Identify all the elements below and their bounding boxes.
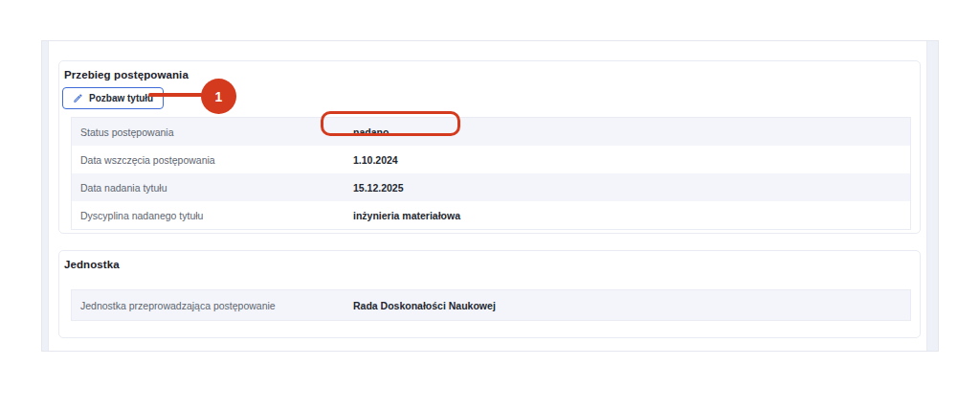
- details-panel: Przebieg postępowania Pozbaw tytułu Stat…: [41, 40, 939, 352]
- row-label: Data nadania tytułu: [80, 182, 167, 194]
- table-row-status: Status postępowania nadano: [72, 118, 910, 146]
- row-value: 15.12.2025: [353, 182, 404, 194]
- section-title-proceedings: Przebieg postępowania: [64, 69, 189, 80]
- table-row-start-date: Data wszczęcia postępowania 1.10.2024: [72, 146, 910, 173]
- row-value: inżynieria materiałowa: [353, 210, 460, 221]
- deprive-title-button[interactable]: Pozbaw tytułu: [62, 87, 164, 109]
- section-unit: Jednostka Jednostka przeprowadzająca pos…: [58, 250, 921, 338]
- unit-table: Jednostka przeprowadzająca postępowanie …: [71, 289, 911, 321]
- panel-scrollbar-gutter: [926, 41, 938, 351]
- section-title-unit: Jednostka: [64, 259, 120, 270]
- row-value: 1.10.2024: [353, 154, 398, 166]
- annotation-highlight-box: [321, 111, 460, 136]
- row-label: Data wszczęcia postępowania: [80, 154, 215, 166]
- pencil-icon: [73, 93, 83, 103]
- deprive-title-button-label: Pozbaw tytułu: [89, 93, 153, 103]
- annotation-connector-line: [148, 93, 203, 97]
- table-row-grant-date: Data nadania tytułu 15.12.2025: [72, 173, 910, 201]
- panel-left-gutter: [42, 41, 49, 351]
- row-value: Rada Doskonałości Naukowej: [353, 300, 496, 311]
- row-label: Dyscyplina nadanego tytułu: [80, 210, 203, 221]
- page: Przebieg postępowania Pozbaw tytułu Stat…: [0, 0, 980, 412]
- row-label: Jednostka przeprowadzająca postępowanie: [80, 300, 276, 311]
- proceedings-table: Status postępowania nadano Data wszczęci…: [71, 117, 911, 230]
- section-proceedings: Przebieg postępowania Pozbaw tytułu Stat…: [58, 60, 921, 234]
- table-row-unit: Jednostka przeprowadzająca postępowanie …: [72, 290, 910, 320]
- annotation-step-badge: 1: [201, 79, 236, 114]
- row-label: Status postępowania: [80, 126, 173, 138]
- table-row-discipline: Dyscyplina nadanego tytułu inżynieria ma…: [72, 201, 910, 229]
